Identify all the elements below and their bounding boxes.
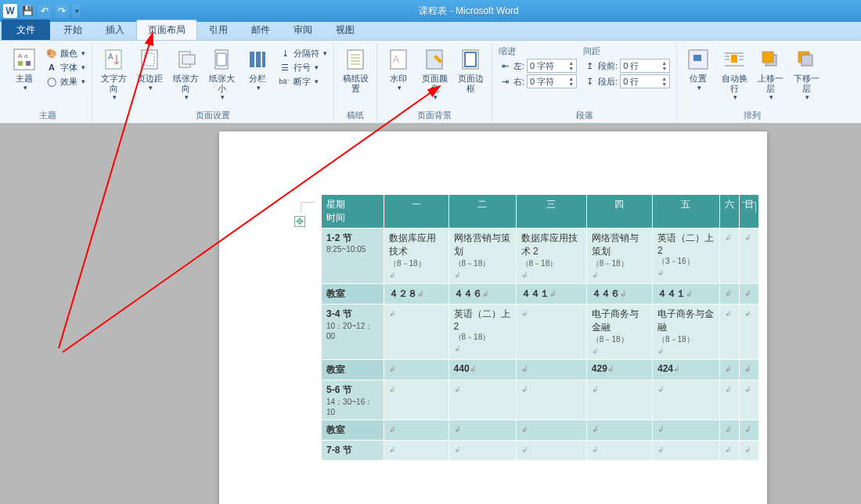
margins-button[interactable]: 页边距 [133, 45, 166, 92]
tab-review[interactable]: 审阅 [282, 20, 324, 40]
group-manuscript: 稿纸设置 稿纸 [334, 44, 377, 121]
table-cell[interactable]: ↲ [516, 380, 586, 420]
page-border-button[interactable]: 页面边框 [454, 45, 487, 93]
table-cell[interactable]: ↲ [652, 441, 719, 461]
table-cell[interactable]: 数据库应用技术 2（8－18）↲ [516, 229, 586, 284]
manuscript-button[interactable]: 稿纸设置 [339, 45, 372, 93]
table-cell[interactable]: ４２８↲ [384, 284, 449, 304]
page-color-button[interactable]: 页面颜色 [418, 45, 451, 102]
table-cell[interactable]: ↲ [586, 441, 652, 461]
table-cell[interactable]: ↲ [739, 441, 758, 461]
table-cell[interactable]: 440↲ [449, 360, 516, 380]
word-app-icon[interactable]: W [3, 4, 17, 18]
indent-left-input[interactable]: 0 字符▲▼ [527, 59, 577, 73]
table-cell[interactable]: ↲ [719, 304, 739, 360]
table-cell[interactable]: ↲ [739, 380, 758, 420]
indent-right-icon: ⇥ [499, 75, 511, 88]
tab-page-layout[interactable]: 页面布局 [136, 20, 197, 40]
table-cell[interactable]: 电子商务与金融（8－18）↲ [586, 304, 652, 360]
send-backward-button[interactable]: 下移一层 [790, 45, 823, 102]
indent-right-input[interactable]: 0 字符▲▼ [527, 74, 577, 88]
table-cell[interactable]: ↲ [384, 380, 449, 420]
tab-file[interactable]: 文件 [2, 20, 50, 40]
svg-rect-35 [762, 52, 773, 63]
table-cell[interactable]: ↲ [739, 360, 758, 380]
table-move-handle-icon[interactable]: ✥ [294, 216, 305, 227]
table-cell[interactable]: ↲ [384, 360, 449, 380]
table-cell[interactable]: 429↲ [586, 360, 652, 380]
hyphenation-button[interactable]: bā⁻断字 [279, 75, 327, 88]
table-cell[interactable]: ４４６↲ [449, 284, 516, 304]
table-cell[interactable]: 网络营销与策划（8－18）↲ [449, 229, 516, 284]
table-row: 1-2 节8:25~10:05数据库应用技术（8－18）↲网络营销与策划（8－1… [322, 229, 759, 284]
redo-icon[interactable]: ↷ [55, 4, 69, 18]
header-day: 六 [719, 195, 739, 229]
table-cell[interactable]: ↲ [719, 420, 739, 441]
space-before-input[interactable]: 0 行▲▼ [620, 59, 670, 73]
tab-home[interactable]: 开始 [52, 20, 94, 40]
undo-icon[interactable]: ↶ [38, 4, 52, 18]
table-cell[interactable]: ↲ [739, 420, 758, 441]
table-cell[interactable]: 英语（二）上 2（3－16）↲ [652, 229, 719, 284]
qat-customize-icon[interactable] [72, 4, 80, 18]
tab-reference[interactable]: 引用 [197, 20, 240, 40]
orientation-button[interactable]: 纸张方向 [169, 45, 202, 102]
table-cell[interactable]: ↲ [449, 420, 516, 441]
tab-mail[interactable]: 邮件 [240, 20, 282, 40]
table-cell[interactable]: ↲ [449, 441, 516, 461]
table-cell[interactable]: ↲ [652, 420, 719, 441]
table-cell[interactable]: ↲ [586, 420, 652, 441]
schedule-table[interactable]: 星期时间 一 二 三 四 五 六 日 1-2 节8:25~10:05数据库应用技… [321, 194, 759, 461]
size-button[interactable]: 纸张大小 [205, 45, 238, 102]
tab-insert[interactable]: 插入 [94, 20, 136, 40]
table-cell[interactable]: ↲ [449, 380, 516, 420]
table-cell[interactable]: ↲ [516, 420, 586, 441]
wrap-text-button[interactable]: 自动换行 [718, 45, 751, 102]
table-cell[interactable]: ↲ [516, 441, 586, 461]
themes-button[interactable]: Aa 主题 [8, 45, 41, 92]
table-cell[interactable]: ↲ [719, 360, 739, 380]
table-cell[interactable]: ↲ [739, 229, 758, 284]
group-arrange-label: 排列 [682, 108, 823, 121]
group-arrange: 位置 自动换行 上移一层 下移一层 排列 [677, 44, 827, 121]
line-numbers-button[interactable]: ☰行号 [279, 61, 327, 74]
table-cell[interactable]: 网络营销与策划（8－18）↲ [586, 229, 652, 284]
table-cell[interactable]: ↲ [516, 304, 586, 360]
row-label: 教室 [322, 360, 384, 380]
breaks-button[interactable]: ⤓分隔符 [279, 47, 327, 59]
table-cell[interactable]: ↲ [739, 284, 758, 304]
text-direction-button[interactable]: A文字方向 [97, 45, 130, 102]
table-cell[interactable]: ↲ [719, 441, 739, 461]
table-cell[interactable]: ↲ [739, 304, 758, 360]
theme-colors-button[interactable]: 🎨颜色 [45, 47, 85, 59]
table-cell[interactable]: ↲ [516, 360, 586, 380]
row-label: 教室 [322, 284, 384, 304]
table-cell[interactable]: ↲ [719, 229, 739, 284]
table-cell[interactable]: 电子商务与金融（8－18）↲ [652, 304, 719, 360]
columns-button[interactable]: 分栏 [241, 45, 274, 92]
row-label: 教室 [322, 420, 384, 441]
table-cell[interactable]: ４４１↲ [652, 284, 719, 304]
theme-fonts-button[interactable]: A字体 [45, 61, 85, 74]
theme-effects-button[interactable]: ◯效果 [45, 75, 85, 88]
document-area[interactable]: ✥ 星期时间 一 二 三 四 五 六 日 1-2 节8:25~10:05数据库应… [0, 124, 861, 504]
table-cell[interactable]: ↲ [384, 441, 449, 461]
table-cell[interactable]: 数据库应用技术（8－18）↲ [384, 229, 449, 284]
table-row: 7-8 节↲↲↲↲↲↲↲ [322, 441, 759, 461]
table-cell[interactable]: ４４１↲ [516, 284, 586, 304]
table-cell[interactable]: ↲ [719, 380, 739, 420]
table-cell[interactable]: ↲ [719, 284, 739, 304]
tab-view[interactable]: 视图 [324, 20, 366, 40]
table-cell[interactable]: ↲ [586, 380, 652, 420]
table-cell[interactable]: 424↲ [652, 360, 719, 380]
bring-forward-button[interactable]: 上移一层 [754, 45, 787, 102]
position-button[interactable]: 位置 [682, 45, 715, 92]
table-cell[interactable]: 英语（二）上 2（8－18）↲ [449, 304, 516, 360]
space-after-input[interactable]: 0 行▲▼ [620, 74, 670, 88]
save-icon[interactable]: 💾 [20, 4, 34, 18]
watermark-button[interactable]: A水印 [382, 45, 415, 92]
table-cell[interactable]: ↲ [384, 304, 449, 360]
table-cell[interactable]: ↲ [384, 420, 449, 441]
table-cell[interactable]: ↲ [652, 380, 719, 420]
table-cell[interactable]: ４４６↲ [586, 284, 652, 304]
